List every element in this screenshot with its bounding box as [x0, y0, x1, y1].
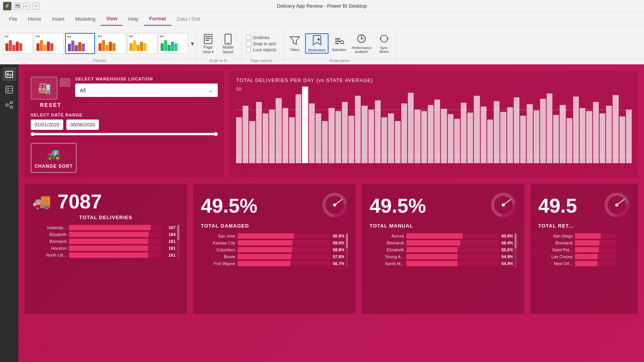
- tab-modeling[interactable]: Modeling: [70, 12, 101, 26]
- mobile-layout-icon: [222, 33, 234, 45]
- svg-rect-19: [6, 71, 13, 77]
- warehouse-dropdown[interactable]: All ⌄: [75, 84, 218, 97]
- mobile-layout-btn[interactable]: Mobilelayout: [219, 32, 237, 56]
- bar-14: [322, 121, 328, 163]
- undo-btn[interactable]: ↩: [23, 3, 30, 10]
- bar-34: [454, 119, 460, 163]
- change-sort-label: CHANGE SORT: [34, 164, 73, 169]
- theme-4[interactable]: Aa: [96, 33, 126, 54]
- bar-52: [573, 97, 579, 163]
- date-inputs: 01/01/2020 30/06/2020: [31, 120, 218, 130]
- change-sort-button[interactable]: 🚜 CHANGE SORT: [31, 143, 77, 173]
- chart-baseline: [236, 156, 632, 156]
- date-range-section: SELECT DATE RANGE 01/01/2020 30/06/2020: [31, 113, 218, 135]
- theme-3[interactable]: Aa: [65, 33, 95, 54]
- themes-row: Aa Aa: [3, 28, 196, 59]
- bar-57: [606, 106, 612, 163]
- date-to-input[interactable]: 30/06/2020: [66, 120, 99, 130]
- lock-checkbox[interactable]: Lock objects: [246, 47, 276, 52]
- total-manual-label: TOTAL MANUAL: [370, 223, 517, 229]
- city-row-aurora: Aurora 60.8%: [370, 233, 513, 239]
- theme-6[interactable]: Aa: [158, 33, 188, 54]
- damaged-scrollbar[interactable]: [346, 233, 348, 268]
- deliveries-scrollbar[interactable]: [177, 225, 179, 259]
- total-ret-list: San Diego Bismarck Saint Pet...: [538, 233, 630, 268]
- bar-29: [421, 111, 427, 163]
- tab-format[interactable]: Format: [144, 12, 171, 26]
- dropdown-value: All: [80, 87, 86, 93]
- bar-50: [560, 105, 565, 163]
- svg-point-36: [502, 203, 505, 206]
- bookmarks-pane-btn[interactable]: Bookmarks: [305, 33, 329, 54]
- bar-3: [249, 121, 255, 163]
- gridlines-cb-box: [246, 35, 251, 40]
- performance-pane-btn[interactable]: Performanceanalyzer: [349, 33, 374, 54]
- tab-view[interactable]: View: [101, 12, 123, 26]
- city-list-damaged: San Jose 60.9% Kansas City 59.0% Columbu…: [201, 233, 344, 268]
- left-panel: 🏭 ··· RESET SELECT WAREHOUSE LOCATION Al…: [25, 70, 224, 178]
- tab-help[interactable]: Help: [123, 12, 144, 26]
- theme-5[interactable]: Aa: [127, 33, 157, 54]
- page-view-btn[interactable]: Pageview ▾: [199, 32, 217, 56]
- left-sidebar: [0, 64, 18, 362]
- city-row-columbus: Columbus 58.8%: [201, 247, 344, 252]
- tab-file[interactable]: File: [4, 12, 23, 26]
- gridlines-checkbox[interactable]: Gridlines: [246, 35, 276, 40]
- redo-btn[interactable]: ↪: [32, 3, 39, 10]
- tab-home[interactable]: Home: [23, 12, 47, 26]
- theme-2[interactable]: Aa: [34, 33, 64, 54]
- date-range-label: SELECT DATE RANGE: [31, 113, 218, 117]
- show-panes-label: Show panes: [285, 59, 394, 64]
- damaged-gauge: [321, 192, 348, 220]
- tab-data-drill[interactable]: Data / Drill: [171, 12, 205, 26]
- svg-point-26: [6, 104, 8, 106]
- bar-4: [256, 102, 262, 163]
- theme-1[interactable]: Aa: [3, 33, 33, 54]
- tab-insert[interactable]: Insert: [47, 12, 70, 26]
- themes-arrow[interactable]: ▼: [189, 33, 196, 54]
- svg-point-7: [317, 38, 320, 41]
- bar-47: [540, 99, 546, 163]
- window-title: Delivery App Review - Power BI Desktop: [277, 3, 367, 9]
- bar-25: [395, 121, 401, 163]
- total-damaged-number: 49.5%: [201, 196, 257, 216]
- show-panes-group: Filters Bookmarks: [284, 28, 396, 64]
- svg-marker-17: [387, 37, 389, 40]
- svg-line-12: [343, 43, 344, 44]
- bar-31: [434, 100, 440, 163]
- sync-slicers-pane-btn[interactable]: Syncslicers: [375, 33, 394, 54]
- svg-rect-20: [7, 73, 9, 76]
- bar-19: [355, 96, 361, 163]
- more-button[interactable]: ···: [60, 78, 71, 87]
- sidebar-model-icon[interactable]: [2, 98, 16, 112]
- sidebar-report-icon[interactable]: [2, 67, 16, 81]
- date-from-input[interactable]: 01/01/2020: [31, 120, 63, 130]
- scale-group: Pageview ▾ Mobilelayout Scale to fit: [197, 28, 242, 64]
- svg-rect-3: [205, 40, 209, 41]
- total-manual-number: 49.5%: [370, 196, 426, 216]
- snap-checkbox[interactable]: Snap to grid: [246, 41, 276, 46]
- filters-pane-btn[interactable]: Filters: [285, 34, 304, 52]
- svg-rect-8: [335, 38, 340, 39]
- slider-handle-left[interactable]: [31, 132, 34, 136]
- ret-gauge: [603, 192, 630, 220]
- reset-label[interactable]: RESET: [40, 102, 62, 108]
- selection-pane-btn[interactable]: Selection: [329, 34, 348, 52]
- sidebar-table-icon[interactable]: [2, 83, 16, 97]
- date-slider[interactable]: [31, 133, 218, 135]
- bar-43: [514, 97, 519, 163]
- chart-min-label: 0: [236, 158, 239, 163]
- city-row-kansascity: Kansas City 59.0%: [201, 240, 344, 246]
- svg-point-33: [333, 203, 336, 206]
- bar-39: [487, 120, 493, 163]
- svg-rect-10: [335, 43, 339, 44]
- bar-9: [289, 117, 295, 163]
- save-btn[interactable]: 💾: [14, 3, 21, 10]
- warehouse-icon: 🏭: [31, 77, 58, 100]
- bar-28: [414, 110, 420, 163]
- manual-scrollbar[interactable]: [514, 233, 517, 268]
- chart-max-label: 50: [236, 87, 241, 92]
- snap-cb-box: [246, 41, 251, 46]
- slider-handle-right[interactable]: [214, 132, 218, 136]
- bar-35: [461, 103, 467, 163]
